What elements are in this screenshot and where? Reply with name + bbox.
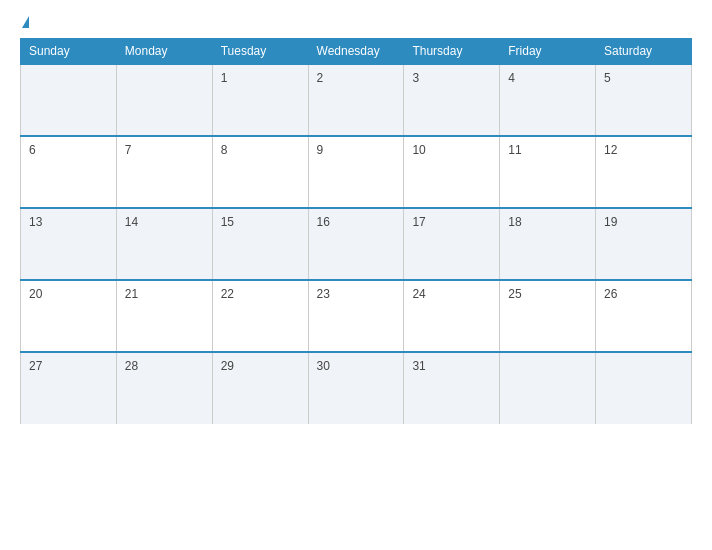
calendar-day-cell: 11 <box>500 136 596 208</box>
calendar-day-cell <box>500 352 596 424</box>
calendar-day-cell: 3 <box>404 64 500 136</box>
day-number: 26 <box>604 287 617 301</box>
header <box>20 16 692 28</box>
calendar-day-cell: 15 <box>212 208 308 280</box>
day-number: 23 <box>317 287 330 301</box>
calendar-day-cell: 19 <box>596 208 692 280</box>
calendar-day-cell: 14 <box>116 208 212 280</box>
day-number: 12 <box>604 143 617 157</box>
calendar-day-cell: 23 <box>308 280 404 352</box>
day-number: 28 <box>125 359 138 373</box>
day-number: 9 <box>317 143 324 157</box>
calendar-table: SundayMondayTuesdayWednesdayThursdayFrid… <box>20 38 692 424</box>
calendar-day-cell: 5 <box>596 64 692 136</box>
calendar-day-cell <box>116 64 212 136</box>
calendar-week-row: 2728293031 <box>21 352 692 424</box>
calendar-day-cell: 7 <box>116 136 212 208</box>
calendar-day-cell: 27 <box>21 352 117 424</box>
day-number: 10 <box>412 143 425 157</box>
day-number: 6 <box>29 143 36 157</box>
calendar-day-cell: 28 <box>116 352 212 424</box>
day-number: 17 <box>412 215 425 229</box>
day-number: 7 <box>125 143 132 157</box>
day-number: 24 <box>412 287 425 301</box>
day-number: 15 <box>221 215 234 229</box>
day-number: 1 <box>221 71 228 85</box>
day-number: 13 <box>29 215 42 229</box>
weekday-header: Tuesday <box>212 39 308 65</box>
logo <box>20 16 29 28</box>
calendar-day-cell: 18 <box>500 208 596 280</box>
calendar-day-cell: 26 <box>596 280 692 352</box>
day-number: 27 <box>29 359 42 373</box>
day-number: 25 <box>508 287 521 301</box>
day-number: 20 <box>29 287 42 301</box>
day-number: 30 <box>317 359 330 373</box>
calendar-day-cell: 20 <box>21 280 117 352</box>
calendar-day-cell: 24 <box>404 280 500 352</box>
calendar-week-row: 13141516171819 <box>21 208 692 280</box>
calendar-day-cell: 6 <box>21 136 117 208</box>
day-number: 22 <box>221 287 234 301</box>
calendar-day-cell: 13 <box>21 208 117 280</box>
day-number: 3 <box>412 71 419 85</box>
calendar-day-cell: 29 <box>212 352 308 424</box>
weekday-header: Friday <box>500 39 596 65</box>
day-number: 2 <box>317 71 324 85</box>
calendar-day-cell: 17 <box>404 208 500 280</box>
calendar-day-cell: 16 <box>308 208 404 280</box>
page: SundayMondayTuesdayWednesdayThursdayFrid… <box>0 0 712 550</box>
weekday-header-row: SundayMondayTuesdayWednesdayThursdayFrid… <box>21 39 692 65</box>
calendar-day-cell: 8 <box>212 136 308 208</box>
day-number: 11 <box>508 143 521 157</box>
weekday-header: Sunday <box>21 39 117 65</box>
calendar-day-cell: 30 <box>308 352 404 424</box>
calendar-day-cell: 10 <box>404 136 500 208</box>
day-number: 4 <box>508 71 515 85</box>
calendar-day-cell: 4 <box>500 64 596 136</box>
day-number: 21 <box>125 287 138 301</box>
weekday-header: Monday <box>116 39 212 65</box>
calendar-week-row: 12345 <box>21 64 692 136</box>
calendar-day-cell <box>596 352 692 424</box>
calendar-day-cell: 25 <box>500 280 596 352</box>
calendar-week-row: 20212223242526 <box>21 280 692 352</box>
calendar-day-cell <box>21 64 117 136</box>
calendar-week-row: 6789101112 <box>21 136 692 208</box>
day-number: 31 <box>412 359 425 373</box>
calendar-day-cell: 22 <box>212 280 308 352</box>
day-number: 16 <box>317 215 330 229</box>
day-number: 14 <box>125 215 138 229</box>
calendar-day-cell: 2 <box>308 64 404 136</box>
day-number: 18 <box>508 215 521 229</box>
calendar-day-cell: 9 <box>308 136 404 208</box>
day-number: 19 <box>604 215 617 229</box>
weekday-header: Wednesday <box>308 39 404 65</box>
weekday-header: Thursday <box>404 39 500 65</box>
logo-triangle-icon <box>22 16 29 28</box>
day-number: 8 <box>221 143 228 157</box>
day-number: 5 <box>604 71 611 85</box>
calendar-day-cell: 1 <box>212 64 308 136</box>
calendar-day-cell: 12 <box>596 136 692 208</box>
day-number: 29 <box>221 359 234 373</box>
calendar-day-cell: 31 <box>404 352 500 424</box>
calendar-day-cell: 21 <box>116 280 212 352</box>
weekday-header: Saturday <box>596 39 692 65</box>
